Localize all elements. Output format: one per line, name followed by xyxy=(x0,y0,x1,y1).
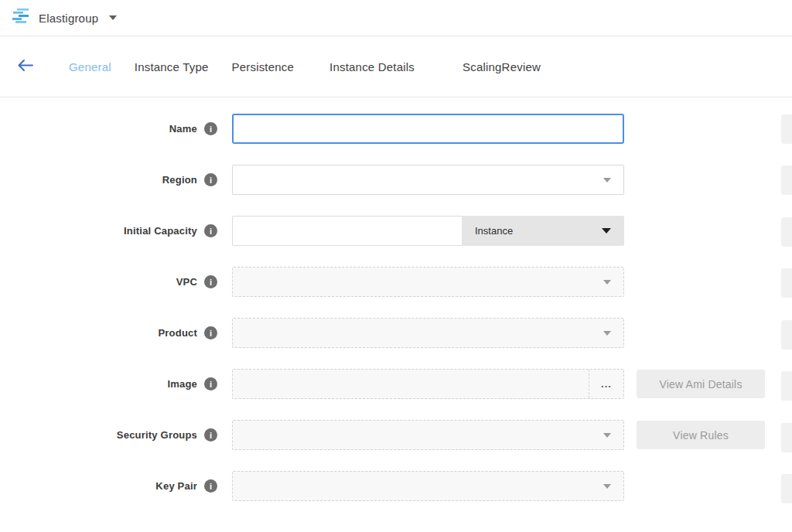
key-pair-select[interactable] xyxy=(232,471,624,501)
caret-down-icon xyxy=(602,228,611,234)
wizard-tab-bar: General Instance Type Persistence Instan… xyxy=(0,36,792,97)
info-icon[interactable]: i xyxy=(204,173,217,186)
image-input[interactable] xyxy=(233,370,589,398)
form-row-vpc: VPC i xyxy=(0,267,792,297)
edge-artifact xyxy=(781,474,792,503)
tab-review[interactable]: Review xyxy=(502,60,541,73)
caret-down-icon xyxy=(603,280,611,285)
image-field: ... xyxy=(232,369,624,399)
product-label: Product xyxy=(158,327,197,339)
caret-down-icon xyxy=(603,484,611,489)
info-icon[interactable]: i xyxy=(204,122,217,135)
elastigroup-product-switcher[interactable]: Elastigroup xyxy=(12,8,117,28)
form-row-region: Region i xyxy=(0,165,792,195)
view-ami-details-button[interactable]: View Ami Details xyxy=(637,370,765,398)
product-select[interactable] xyxy=(232,318,624,348)
capacity-unit-select[interactable]: Instance xyxy=(462,216,624,246)
edge-artifact xyxy=(781,114,792,144)
initial-capacity-label: Initial Capacity xyxy=(124,225,197,237)
tab-instance-details[interactable]: Instance Details xyxy=(329,60,415,73)
info-icon[interactable]: i xyxy=(204,275,217,288)
arrow-left-icon xyxy=(17,59,33,75)
app-title: Elastigroup xyxy=(39,12,98,25)
region-label: Region xyxy=(162,174,197,186)
view-rules-button[interactable]: View Rules xyxy=(637,421,765,449)
edge-artifact xyxy=(781,268,792,298)
info-icon[interactable]: i xyxy=(204,428,217,442)
edge-artifact xyxy=(781,320,792,350)
initial-capacity-input[interactable] xyxy=(232,216,462,246)
edge-artifact xyxy=(781,217,792,247)
name-label: Name xyxy=(169,123,197,135)
form-row-key-pair: Key Pair i xyxy=(0,471,792,501)
top-bar: Elastigroup xyxy=(0,0,792,36)
back-button[interactable] xyxy=(17,59,33,75)
edge-artifact xyxy=(781,423,792,452)
caret-down-icon xyxy=(603,433,611,438)
initial-capacity-control: Instance xyxy=(232,216,624,246)
name-input[interactable] xyxy=(232,114,624,144)
info-icon[interactable]: i xyxy=(204,377,217,390)
elastigroup-logo-icon xyxy=(12,8,31,28)
vpc-select[interactable] xyxy=(232,267,624,297)
form-row-initial-capacity: Initial Capacity i Instance xyxy=(0,216,792,246)
edge-artifact xyxy=(781,165,792,195)
info-icon[interactable]: i xyxy=(204,224,217,237)
capacity-unit-value: Instance xyxy=(475,225,513,237)
vpc-label: VPC xyxy=(176,276,197,288)
security-groups-label: Security Groups xyxy=(117,429,197,441)
image-browse-button[interactable]: ... xyxy=(589,370,623,398)
form-row-security-groups: Security Groups i View Rules xyxy=(0,420,792,450)
chevron-down-icon xyxy=(109,15,117,20)
form-row-product: Product i xyxy=(0,318,792,348)
tab-persistence[interactable]: Persistence xyxy=(232,60,295,73)
key-pair-label: Key Pair xyxy=(155,480,197,492)
form-row-image: Image i ... View Ami Details xyxy=(0,369,792,399)
general-settings-form: Name i Region i Initial Capacity i Insta… xyxy=(0,97,792,501)
caret-down-icon xyxy=(603,178,611,182)
tab-scaling[interactable]: Scaling xyxy=(463,60,502,73)
caret-down-icon xyxy=(603,331,611,336)
region-select[interactable] xyxy=(232,165,624,195)
tab-general[interactable]: General xyxy=(69,60,111,73)
form-row-name: Name i xyxy=(0,114,792,144)
tab-instance-type[interactable]: Instance Type xyxy=(135,60,209,73)
info-icon[interactable]: i xyxy=(204,326,217,339)
edge-artifact xyxy=(781,371,792,401)
info-icon[interactable]: i xyxy=(204,479,217,493)
image-label: Image xyxy=(167,378,197,390)
security-groups-select[interactable] xyxy=(232,420,624,450)
